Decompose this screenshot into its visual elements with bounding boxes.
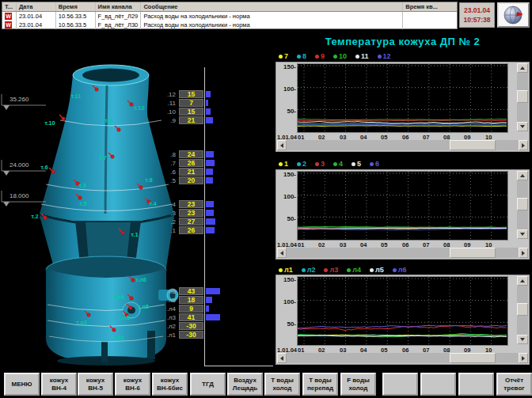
alarm-row[interactable]: W23.01.0410.56.33.5F_вд_лёт_Л29Расход во… — [2, 12, 457, 21]
toolbar-button-Т воды-перепад[interactable]: Т водыперепад — [302, 373, 338, 396]
hscroll-right-button[interactable] — [519, 353, 528, 363]
toolbar-button-кожух-ВН-4[interactable]: кожухВН-4 — [41, 373, 77, 396]
legend-item: л5 — [370, 266, 384, 274]
legend-item: 6 — [370, 160, 379, 168]
readout-label: .8 — [152, 151, 176, 158]
hscroll-left-button[interactable] — [277, 353, 287, 363]
hscroll-left-button[interactable] — [277, 248, 287, 258]
readout-bar — [206, 288, 220, 294]
vscroll-thumb[interactable] — [517, 90, 528, 103]
readout-value: 21 — [179, 168, 203, 176]
vscroll-up-button[interactable] — [517, 276, 528, 286]
h-scrollbar[interactable] — [277, 248, 528, 258]
toolbar-button-blank-12[interactable] — [458, 373, 494, 396]
legend-item: 10 — [333, 52, 347, 60]
left-arrow-icon — [280, 251, 283, 256]
vscroll-thumb[interactable] — [517, 303, 528, 316]
toolbar-button-МЕНЮ[interactable]: МЕНЮ — [4, 373, 40, 396]
toolbar-button-кожух-ВН-5[interactable]: кожухВН-5 — [78, 373, 113, 396]
toolbar-button-F воды-холод[interactable]: F водыхолод — [340, 373, 376, 396]
readout-value: 23 — [179, 200, 203, 208]
v-scrollbar[interactable] — [517, 276, 528, 344]
readout-value: 26 — [179, 226, 203, 234]
plot-canvas — [298, 277, 507, 345]
globe-button[interactable] — [497, 2, 530, 28]
toolbar-button-ТГД[interactable]: ТГД — [190, 373, 226, 396]
vscroll-down-button[interactable] — [517, 229, 528, 239]
series-line-10 — [298, 119, 507, 120]
elevation-label: 18.000 — [10, 192, 29, 199]
alarm-date: 23.01.04 — [17, 12, 56, 21]
hscroll-thumb[interactable] — [450, 248, 496, 258]
h-scrollbar[interactable] — [277, 140, 528, 150]
vscroll-down-button[interactable] — [517, 335, 528, 344]
hscroll-thumb[interactable] — [450, 353, 496, 363]
readout-value: 15 — [179, 108, 203, 116]
toolbar-button-кожух-ВН-6[interactable]: кожухВН-6 — [115, 373, 150, 396]
vscroll-down-button[interactable] — [517, 122, 528, 131]
alarm-severity-cell: W — [2, 21, 17, 29]
legend-name: 1 — [284, 160, 288, 168]
trend-chart-1: 150-100-50-1.01.0401020304050607080910 — [276, 62, 530, 152]
toolbar-button-Отчёт-тревог[interactable]: Отчёттревог — [496, 373, 532, 396]
y-tick-label: 150- — [283, 63, 296, 70]
toolbar-button-кожух-ВН-6бис[interactable]: кожухВН-6бис — [152, 373, 188, 396]
y-tick-label: 150- — [283, 276, 296, 283]
vscroll-up-button[interactable] — [517, 171, 528, 180]
readout-value: 27 — [179, 218, 203, 226]
vscroll-thumb[interactable] — [517, 198, 528, 210]
toolbar-button-line: кожух — [50, 377, 68, 385]
toolbar-button-line: F воды — [347, 377, 370, 385]
vscroll-up-button[interactable] — [517, 63, 528, 73]
hscroll-right-button[interactable] — [519, 140, 528, 150]
legend-dot-icon — [370, 268, 374, 272]
bar-axis-baseline — [204, 366, 273, 366]
legend-name: л3 — [329, 266, 338, 274]
v-scrollbar[interactable] — [517, 171, 528, 239]
y-axis-labels: 150-100-50- — [276, 275, 297, 345]
toolbar-button-line: Т воды — [271, 377, 294, 385]
readout-bar — [206, 151, 214, 157]
readout-label: .1 — [152, 227, 176, 234]
legend-dot-icon — [279, 268, 283, 272]
hscroll-right-button[interactable] — [519, 248, 528, 258]
toolbar-button-Воздух-Лещадь[interactable]: ВоздухЛещадь — [227, 373, 263, 396]
toolbar-button-line: Воздух — [234, 377, 256, 385]
alarm-col-header: Сообщение — [141, 2, 403, 11]
h-scrollbar[interactable] — [277, 353, 528, 363]
sensor-marker-icon — [130, 297, 133, 300]
alarm-row[interactable]: W23.01.0410.56.33.5F_вд_лёт_Л30Расход во… — [2, 21, 457, 29]
readout-value: 41 — [179, 313, 203, 321]
toolbar-button-line: холод — [273, 385, 292, 392]
legend-dot-icon — [297, 162, 301, 166]
readout-label: .л2 — [152, 323, 176, 330]
y-tick-label: 100- — [283, 193, 296, 200]
toolbar-button-line: Отчёт — [505, 377, 523, 385]
toolbar-button-Т воды-холод[interactable]: Т водыхолод — [264, 373, 300, 396]
chart3-legend: л1л2л3л4л5л6 — [279, 266, 406, 274]
chart2-legend: 123456 — [279, 160, 379, 168]
sensor-point-label: т.л4 — [113, 294, 125, 301]
readout-value: 20 — [179, 176, 203, 184]
legend-dot-icon — [393, 268, 397, 272]
legend-dot-icon — [324, 268, 328, 272]
hscroll-left-button[interactable] — [277, 140, 287, 150]
toolbar-button-blank-11[interactable] — [420, 373, 456, 396]
readout-label: .л5 — [152, 297, 176, 304]
readout-label: .2 — [152, 218, 176, 226]
clock-panel: 23.01.04 10:57:38 — [459, 2, 495, 28]
legend-name: 3 — [321, 160, 325, 168]
legend-name: 5 — [357, 160, 361, 168]
hscroll-thumb[interactable] — [450, 140, 496, 150]
plot-area — [297, 63, 508, 133]
v-scrollbar[interactable] — [517, 63, 528, 131]
readout-label: .10 — [152, 108, 176, 116]
sensor-marker-icon — [51, 170, 55, 173]
sensor-point-label: т.10 — [44, 119, 55, 127]
elevation-arrow-icon — [3, 105, 10, 110]
elevation-marks: 35.26024.00018.000 — [2, 94, 46, 207]
legend-item: л3 — [324, 266, 338, 274]
plot-canvas — [298, 64, 507, 132]
toolbar-button-blank-10[interactable] — [382, 373, 418, 396]
globe-icon — [504, 5, 524, 25]
